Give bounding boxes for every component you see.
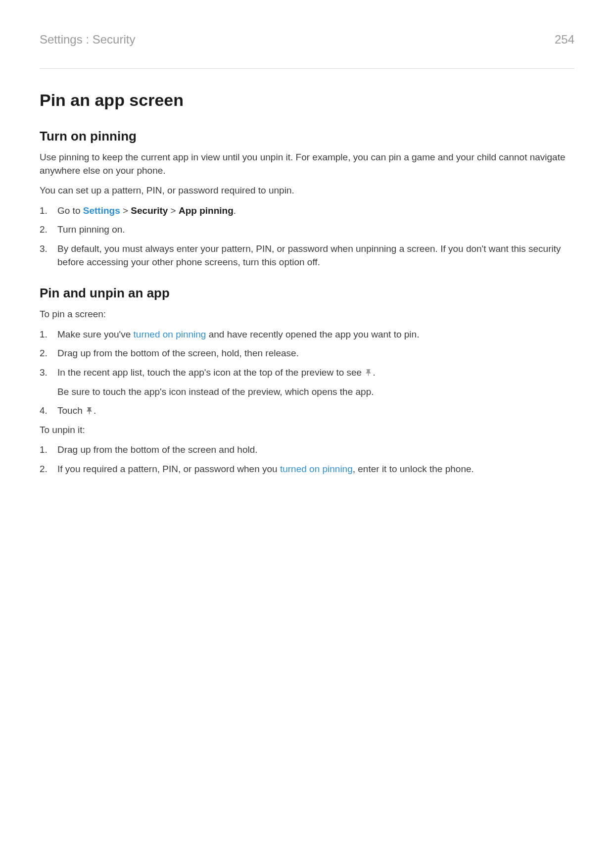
text: .	[234, 205, 236, 216]
section-turn-on-pinning: Turn on pinning Use pinning to keep the …	[40, 129, 574, 269]
sub-text: Be sure to touch the app's icon instead …	[57, 386, 574, 399]
list-item: If you required a pattern, PIN, or passw…	[40, 463, 574, 476]
settings-link[interactable]: Settings	[83, 205, 120, 216]
text: In the recent app list, touch the app's …	[57, 367, 364, 378]
list-item: Touch .	[40, 404, 574, 418]
text: >	[120, 205, 131, 216]
paragraph: To unpin it:	[40, 424, 574, 437]
turned-on-pinning-link[interactable]: turned on pinning	[134, 329, 206, 339]
breadcrumb-item: App pinning	[179, 205, 234, 216]
steps-list-unpin: Drag up from the bottom of the screen an…	[40, 443, 574, 476]
list-item: Go to Settings > Security > App pinning.	[40, 204, 574, 218]
section-heading: Turn on pinning	[40, 129, 574, 144]
text: Make sure you've	[57, 329, 134, 339]
text: Touch	[57, 405, 85, 416]
breadcrumb-item: Security	[131, 205, 168, 216]
steps-list: Go to Settings > Security > App pinning.…	[40, 204, 574, 269]
paragraph: You can set up a pattern, PIN, or passwo…	[40, 184, 574, 197]
breadcrumb: Settings : Security	[40, 33, 135, 47]
text: If you required a pattern, PIN, or passw…	[57, 464, 280, 474]
list-item: Drag up from the bottom of the screen, h…	[40, 347, 574, 360]
pin-icon	[364, 368, 373, 377]
page-header: Settings : Security 254	[40, 33, 574, 69]
text: .	[373, 367, 375, 378]
list-item: Turn pinning on.	[40, 223, 574, 237]
text: , enter it to unlock the phone.	[353, 464, 474, 474]
section-pin-unpin: Pin and unpin an app To pin a screen: Ma…	[40, 286, 574, 476]
list-item: By default, you must always enter your p…	[40, 242, 574, 269]
pin-icon	[85, 406, 94, 415]
paragraph: To pin a screen:	[40, 308, 574, 321]
page-title: Pin an app screen	[40, 91, 574, 110]
list-item: In the recent app list, touch the app's …	[40, 366, 574, 398]
text: Go to	[57, 205, 83, 216]
list-item: Drag up from the bottom of the screen an…	[40, 443, 574, 457]
text: and have recently opened the app you wan…	[206, 329, 419, 339]
steps-list-pin: Make sure you've turned on pinning and h…	[40, 328, 574, 418]
paragraph: Use pinning to keep the current app in v…	[40, 151, 574, 177]
list-item: Make sure you've turned on pinning and h…	[40, 328, 574, 341]
text: >	[168, 205, 179, 216]
page-number: 254	[555, 33, 574, 47]
text: .	[94, 405, 96, 416]
turned-on-pinning-link[interactable]: turned on pinning	[280, 464, 353, 474]
section-heading: Pin and unpin an app	[40, 286, 574, 301]
